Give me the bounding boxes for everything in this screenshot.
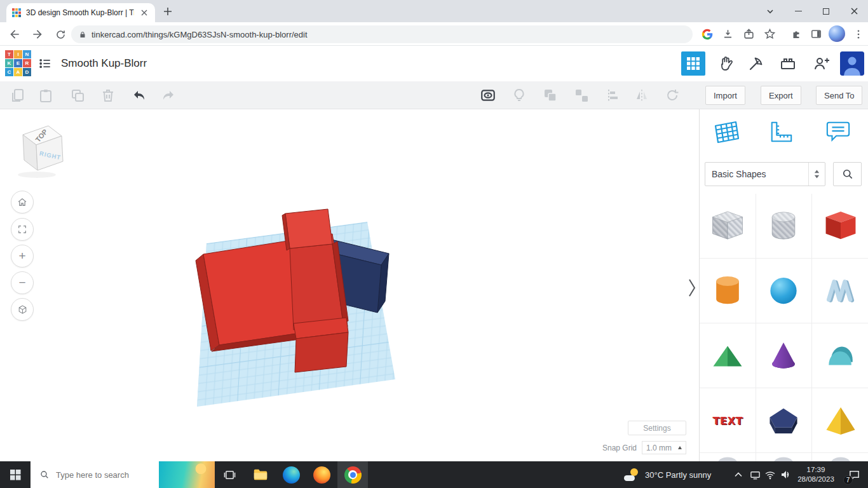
shape-sphere[interactable]: [756, 259, 813, 323]
url-text: tinkercad.com/things/kGMgD63SJsN-smooth-…: [92, 30, 308, 39]
task-view-button[interactable]: [215, 461, 244, 488]
shape-scribble[interactable]: [812, 259, 868, 323]
shape-cylinder[interactable]: [700, 259, 756, 323]
window-chevron-icon[interactable]: [756, 0, 784, 22]
perspective-toggle-button[interactable]: [11, 298, 34, 321]
notes-tool-button[interactable]: [823, 117, 853, 147]
notification-button[interactable]: 7: [841, 461, 867, 488]
shape-box-hole[interactable]: [700, 194, 756, 259]
google-icon[interactable]: [699, 26, 715, 42]
group-button[interactable]: [541, 86, 560, 105]
tray-volume-icon[interactable]: [778, 461, 793, 488]
weather-text: 30°C Partly sunny: [645, 470, 711, 480]
shape-cone[interactable]: [756, 323, 813, 388]
taskbar-search[interactable]: [31, 461, 215, 488]
fit-view-button[interactable]: [11, 218, 34, 241]
light-bulb-icon[interactable]: [510, 86, 529, 105]
taskbar-folder-icon[interactable]: [245, 461, 276, 488]
shape-roof[interactable]: [700, 323, 756, 388]
zoom-in-button[interactable]: +: [11, 245, 34, 268]
forward-button[interactable]: [28, 25, 47, 44]
app-header: TIN KER CAD Smooth Kup-Blorr: [0, 46, 868, 81]
weather-widget[interactable]: 30°C Partly sunny: [620, 461, 715, 488]
redo-button[interactable]: [158, 86, 177, 105]
home-view-button[interactable]: [11, 191, 34, 214]
zoom-out-button[interactable]: −: [11, 271, 34, 294]
bookmark-star-icon[interactable]: [762, 26, 778, 42]
browser-tab[interactable]: 3D design Smooth Kup-Blorr | Ti: [6, 3, 155, 22]
paste-button[interactable]: [36, 86, 55, 105]
browser-avatar[interactable]: [829, 25, 845, 42]
brick-icon[interactable]: [778, 54, 797, 73]
shape-search-button[interactable]: [833, 162, 862, 186]
dashboard-grid-button[interactable]: [681, 51, 705, 76]
category-dropdown-label: Basic Shapes: [705, 169, 808, 179]
duplicate-button[interactable]: [68, 86, 87, 105]
shape-box[interactable]: [812, 194, 868, 259]
export-button[interactable]: Export: [761, 86, 801, 105]
tray-chevron-icon[interactable]: [731, 461, 746, 488]
search-icon: [39, 470, 50, 480]
pickaxe-icon[interactable]: [747, 54, 766, 73]
date-text: 28/08/2023: [797, 475, 834, 484]
delete-button[interactable]: [98, 86, 118, 105]
workplane-tool-button[interactable]: [710, 117, 741, 147]
shape-text[interactable]: TEXTTEXT: [700, 388, 756, 453]
install-icon[interactable]: [720, 26, 736, 42]
category-dropdown[interactable]: Basic Shapes: [705, 162, 825, 186]
start-button[interactable]: [0, 461, 31, 488]
browser-menu-icon[interactable]: [850, 26, 866, 42]
back-button[interactable]: [5, 25, 24, 44]
invite-icon[interactable]: [812, 54, 831, 73]
ungroup-button[interactable]: [572, 86, 591, 105]
glove-icon[interactable]: [717, 54, 736, 73]
shape-pyramid[interactable]: [812, 388, 868, 453]
new-tab-button[interactable]: [161, 4, 175, 18]
rotate-button[interactable]: [663, 86, 682, 105]
undo-button[interactable]: [130, 86, 149, 105]
send-to-button[interactable]: Send To: [816, 86, 862, 105]
design-title[interactable]: Smooth Kup-Blorr: [61, 46, 147, 81]
reload-button[interactable]: [51, 25, 70, 44]
clock-widget[interactable]: 17:39 28/08/2023: [793, 461, 839, 488]
design-canvas[interactable]: TOP RIGHT + − Settings Snap Grid 1.0 mm: [0, 109, 699, 461]
shape-polygon[interactable]: [756, 388, 813, 453]
shape-round-roof[interactable]: [812, 323, 868, 388]
extensions-icon[interactable]: [788, 26, 804, 42]
category-stepper-icon[interactable]: [808, 163, 825, 186]
window-close-button[interactable]: [840, 0, 868, 22]
time-text: 17:39: [807, 465, 825, 475]
window-maximize-button[interactable]: [812, 0, 840, 22]
shapes-panel: Basic Shapes TEXTTEXT: [699, 109, 868, 461]
tinkercad-logo[interactable]: TIN KER CAD: [5, 50, 31, 76]
taskbar-edge-icon[interactable]: [276, 461, 306, 488]
share-icon[interactable]: [741, 26, 757, 42]
shape-partial[interactable]: [756, 453, 813, 461]
import-button[interactable]: Import: [705, 86, 745, 105]
settings-button[interactable]: Settings: [628, 421, 686, 435]
lock-icon: [79, 30, 86, 39]
scene[interactable]: TOP RIGHT: [0, 109, 699, 461]
search-input[interactable]: [56, 470, 159, 480]
sidebar-toggle-icon[interactable]: [808, 26, 824, 42]
tray-monitor-icon[interactable]: [747, 461, 763, 488]
tray-wifi-icon[interactable]: [763, 461, 778, 488]
window-minimize-button[interactable]: [784, 0, 812, 22]
tab-close-icon[interactable]: [139, 8, 149, 18]
show-all-button[interactable]: [478, 86, 498, 105]
shape-partial[interactable]: [812, 453, 868, 461]
view-cube[interactable]: TOP RIGHT: [18, 126, 63, 178]
shape-cylinder-hole[interactable]: [756, 194, 813, 259]
taskbar-firefox-icon[interactable]: [306, 461, 337, 488]
panel-collapse-button[interactable]: [687, 277, 697, 299]
taskbar-chrome-icon[interactable]: [337, 461, 368, 488]
design-menu-icon[interactable]: [37, 55, 53, 72]
shape-partial[interactable]: [700, 453, 756, 461]
mirror-button[interactable]: [632, 86, 651, 105]
align-button[interactable]: [602, 86, 621, 105]
user-avatar[interactable]: [840, 51, 864, 76]
address-bar[interactable]: tinkercad.com/things/kGMgD63SJsN-smooth-…: [71, 25, 693, 43]
ruler-tool-button[interactable]: [766, 117, 796, 147]
snap-grid-select[interactable]: 1.0 mm: [642, 441, 686, 454]
copy-button[interactable]: [8, 86, 27, 105]
